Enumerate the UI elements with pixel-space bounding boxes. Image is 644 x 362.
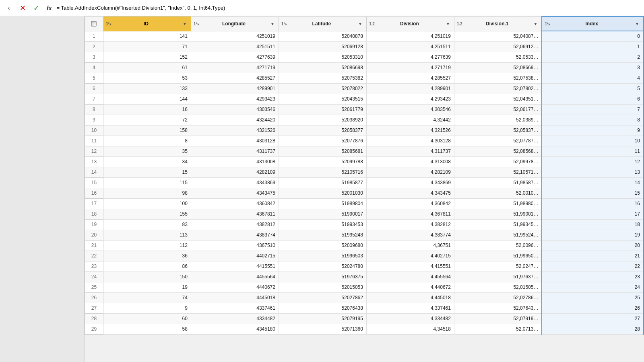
table-row: 101584321526520583774,32152652,05837…9: [85, 125, 644, 136]
cell-index: 3: [542, 62, 644, 73]
cell-longitude: 4285527: [191, 73, 279, 83]
cell-latitude: 52085681: [279, 146, 366, 156]
table-row: 26744445018520278624,44501852,02786…25: [85, 292, 644, 303]
cell-division1: 52,02786…: [454, 292, 542, 303]
cell-id: 53: [103, 73, 191, 83]
cell-division: 4,251511: [366, 41, 454, 52]
division1-filter-button[interactable]: ▼: [532, 20, 539, 27]
cell-division1: 52,07919…: [454, 313, 542, 324]
cell-id: 72: [103, 115, 191, 125]
table-row: 29584345180520713604,3451852,0713…28: [85, 324, 644, 334]
cell-longitude: 4360842: [191, 198, 279, 209]
cell-division: 4,289901: [366, 83, 454, 94]
cell-index: 4: [542, 73, 644, 83]
cell-index: 25: [542, 292, 644, 303]
row-number: 28: [85, 313, 103, 324]
cell-division1: 52,0533…: [454, 52, 542, 62]
cell-latitude: 52024780: [279, 261, 366, 272]
cell-longitude: 4367811: [191, 209, 279, 219]
cell-division: 4,277639: [366, 52, 454, 62]
cell-division1: 51,99524…: [454, 230, 542, 240]
cell-longitude: 4343869: [191, 177, 279, 188]
table-row: 14154282109521057164,28210952,10571…13: [85, 167, 644, 177]
cell-division1: 52,0247…: [454, 261, 542, 272]
table-row: 11414251019520408784,25101952,04087…0: [85, 31, 644, 41]
cell-longitude: 4251511: [191, 41, 279, 52]
cell-index: 15: [542, 188, 644, 198]
cell-id: 61: [103, 62, 191, 73]
table-scroll[interactable]: 1²₃ ID ▼ 1²₃ Longitude ▼: [85, 16, 644, 362]
cell-id: 58: [103, 324, 191, 334]
cell-id: 112: [103, 240, 191, 251]
data-table: 1²₃ ID ▼ 1²₃ Longitude ▼: [85, 16, 644, 335]
row-number: 9: [85, 115, 103, 125]
table-row: 9724324420520389204,3244252,0389…8: [85, 115, 644, 125]
cell-index: 5: [542, 83, 644, 94]
cell-index: 7: [542, 104, 644, 115]
nav-back-button[interactable]: ‹: [3, 2, 14, 14]
division-filter-button[interactable]: ▼: [444, 20, 452, 27]
cell-division1: 52,04351…: [454, 94, 542, 104]
table-row: 12354311737520856814,31173752,08568…11: [85, 146, 644, 156]
cell-index: 2: [542, 52, 644, 62]
id-filter-button[interactable]: ▼: [181, 20, 188, 27]
cell-index: 20: [542, 240, 644, 251]
cell-id: 35: [103, 146, 191, 156]
cell-index: 27: [542, 313, 644, 324]
table-row: 13344313008520997884,31300852,09978…12: [85, 156, 644, 167]
cell-id: 19: [103, 282, 191, 292]
id-col-label: ID: [113, 21, 180, 27]
cell-latitude: 52105716: [279, 167, 366, 177]
cell-longitude: 4293423: [191, 94, 279, 104]
formula-input[interactable]: [56, 5, 641, 11]
cell-division: 4,382812: [366, 219, 454, 230]
cancel-button[interactable]: ✕: [17, 2, 28, 14]
cell-longitude: 4337461: [191, 303, 279, 313]
cell-division: 4,367811: [366, 209, 454, 219]
confirm-button[interactable]: ✓: [31, 2, 42, 14]
cell-division: 4,285527: [366, 73, 454, 83]
cell-division: 4,440672: [366, 282, 454, 292]
cell-division1: 52,0389…: [454, 115, 542, 125]
col-header-division1: 1.2 Division.1 ▼: [454, 16, 542, 31]
table-row: 61334289901520780224,28990152,07802…5: [85, 83, 644, 94]
row-number: 13: [85, 156, 103, 167]
longitude-filter-button[interactable]: ▼: [269, 20, 276, 27]
cell-id: 71: [103, 41, 191, 52]
row-number: 14: [85, 167, 103, 177]
row-number: 16: [85, 188, 103, 198]
table-row: 22364402715519965034,40271551,99650…21: [85, 251, 644, 261]
latitude-filter-button[interactable]: ▼: [357, 20, 364, 27]
longitude-type-badge: 1²₃: [194, 22, 199, 26]
cell-index: 16: [542, 198, 644, 209]
cell-index: 18: [542, 219, 644, 230]
cell-index: 17: [542, 209, 644, 219]
cell-longitude: 4367510: [191, 240, 279, 251]
cell-index: 13: [542, 167, 644, 177]
cell-latitude: 52079195: [279, 313, 366, 324]
cell-index: 22: [542, 261, 644, 272]
row-number: 20: [85, 230, 103, 240]
index-type-badge: 1²₃: [545, 22, 550, 26]
row-number: 18: [85, 209, 103, 219]
cell-longitude: 4343475: [191, 188, 279, 198]
cell-id: 115: [103, 177, 191, 188]
cell-index: 10: [542, 136, 644, 146]
cell-division1: 52,06177…: [454, 104, 542, 115]
cell-latitude: 51990017: [279, 209, 366, 219]
table-row: 19834382812519934534,38281251,99345…18: [85, 219, 644, 230]
row-number: 21: [85, 240, 103, 251]
cell-latitude: 52040878: [279, 31, 366, 41]
row-number: 23: [85, 261, 103, 272]
cell-id: 34: [103, 156, 191, 167]
cell-division1: 51,99345…: [454, 219, 542, 230]
table-row: 5534285527520753824,28552752,07538…4: [85, 73, 644, 83]
cell-id: 141: [103, 31, 191, 41]
cell-longitude: 4324420: [191, 115, 279, 125]
index-filter-button[interactable]: ▼: [634, 20, 641, 27]
cell-division: 4,36751: [366, 240, 454, 251]
cell-id: 152: [103, 52, 191, 62]
cell-index: 12: [542, 156, 644, 167]
cell-division1: 51,97637…: [454, 272, 542, 282]
cell-division: 4,334482: [366, 313, 454, 324]
